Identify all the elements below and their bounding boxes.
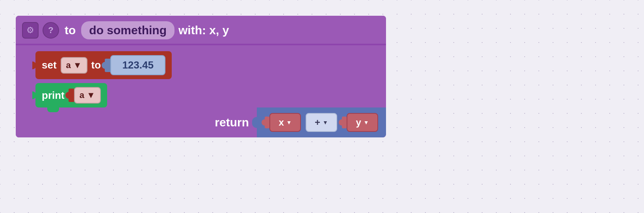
y-connector-icon bbox=[342, 117, 347, 128]
to-label: to bbox=[91, 59, 101, 71]
with-params: with: x, y bbox=[178, 24, 229, 37]
op-dropdown-arrow-icon: ▼ bbox=[323, 119, 328, 126]
dropdown-arrow-icon: ▼ bbox=[73, 60, 82, 70]
set-label: set bbox=[42, 59, 57, 71]
op-dropdown[interactable]: + ▼ bbox=[306, 113, 337, 132]
x-var-dropdown[interactable]: x ▼ bbox=[269, 113, 301, 132]
return-label: return bbox=[215, 116, 249, 129]
y-var-dropdown[interactable]: y ▼ bbox=[347, 113, 378, 132]
set-block: set a ▼ to 123.45 bbox=[35, 51, 172, 79]
body-area: set a ▼ to 123.45 print bbox=[16, 45, 386, 107]
header-row: ⚙ ? to do something with: x, y bbox=[16, 16, 386, 45]
procedure-block: ⚙ ? to do something with: x, y set a ▼ bbox=[16, 16, 386, 137]
x-connector-group: x ▼ bbox=[265, 113, 301, 132]
y-connector-group: y ▼ bbox=[342, 113, 378, 132]
blocks-indent: set a ▼ to 123.45 print bbox=[35, 51, 378, 107]
x-connector-icon bbox=[265, 117, 269, 128]
number-value[interactable]: 123.45 bbox=[110, 55, 165, 75]
procedure-name-pill[interactable]: do something bbox=[81, 21, 174, 39]
print-var-connector: a ▼ bbox=[69, 87, 101, 104]
question-icon[interactable]: ? bbox=[43, 22, 59, 39]
print-var-dropdown[interactable]: a ▼ bbox=[74, 87, 101, 104]
print-label: print bbox=[42, 89, 65, 102]
print-puzzle-icon bbox=[69, 89, 74, 102]
y-dropdown-arrow-icon: ▼ bbox=[364, 119, 369, 126]
print-block: print a ▼ bbox=[35, 83, 107, 107]
return-blue-section: x ▼ + ▼ y ▼ bbox=[257, 107, 386, 137]
print-dropdown-arrow-icon: ▼ bbox=[87, 90, 95, 100]
return-bar: return x ▼ + ▼ bbox=[16, 107, 386, 137]
x-dropdown-arrow-icon: ▼ bbox=[286, 119, 292, 126]
gear-icon[interactable]: ⚙ bbox=[22, 22, 39, 39]
puzzle-connector-icon bbox=[105, 59, 110, 72]
var-dropdown-a[interactable]: a ▼ bbox=[61, 57, 87, 74]
to-keyword: to bbox=[63, 24, 77, 37]
value-connector: 123.45 bbox=[105, 55, 165, 75]
